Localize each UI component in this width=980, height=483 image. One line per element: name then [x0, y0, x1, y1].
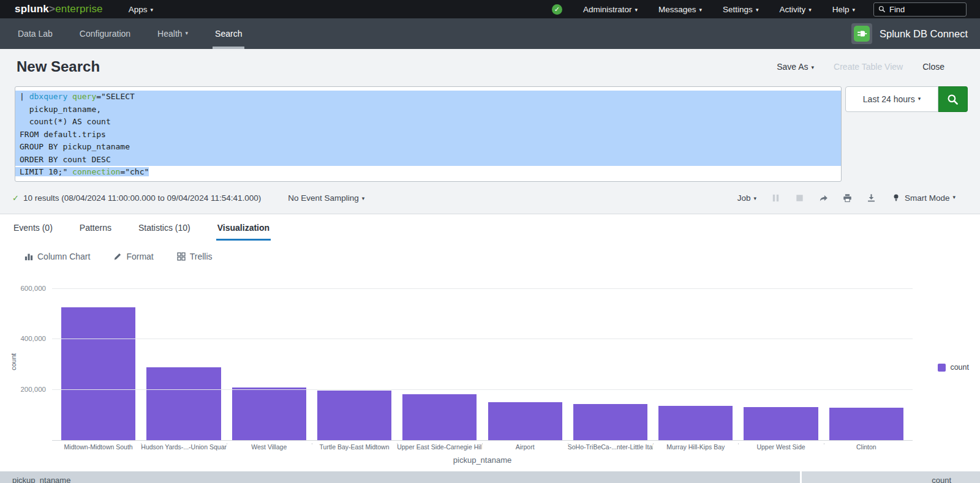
bar-airport[interactable] [488, 402, 562, 440]
query-line-1: | dbxquery query="SELECT [15, 91, 841, 103]
bar-west-village[interactable] [232, 388, 306, 440]
query-line-4: FROM default.trips [15, 129, 841, 141]
bar-turtle-bay-east-midtown[interactable] [317, 391, 391, 440]
column-header-count[interactable]: count [802, 471, 980, 483]
caret-down-icon: ▾ [952, 194, 956, 200]
page-title: New Search [17, 58, 100, 75]
legend-swatch [938, 364, 946, 372]
tab-statistics[interactable]: Statistics (10) [137, 214, 192, 241]
find-input[interactable] [889, 5, 962, 14]
y-tick-label: 400,000 [20, 335, 46, 342]
health-status-icon[interactable]: ✓ [552, 4, 562, 15]
bar-murray-hill-kips-bay[interactable] [658, 406, 733, 440]
legend-label: count [950, 363, 969, 372]
y-axis-title: count [10, 353, 17, 370]
splunk-logo[interactable]: splunk>enterprise [15, 3, 103, 15]
caret-down-icon: ▾ [186, 30, 189, 36]
tab-events[interactable]: Events (0) [12, 214, 54, 241]
job-menu[interactable]: Job▾ [737, 193, 756, 203]
bar-upper-west-side[interactable] [744, 407, 818, 440]
search-button[interactable] [938, 86, 968, 112]
event-sampling-menu[interactable]: No Event Sampling▾ [288, 193, 364, 203]
chart-legend[interactable]: count [938, 363, 969, 372]
tab-patterns[interactable]: Patterns [78, 214, 113, 241]
caret-down-icon: ▾ [362, 195, 365, 201]
x-axis-labels: Midtown-Midtown SouthHudson Yards-...-Un… [52, 441, 913, 451]
pencil-icon [113, 252, 122, 261]
time-range-picker[interactable]: Last 24 hours▾ [845, 86, 938, 112]
y-tick-label: 200,000 [20, 386, 46, 393]
search-icon [947, 94, 959, 105]
search-mode-menu[interactable]: Smart Mode▾ [892, 193, 956, 203]
close-button[interactable]: Close [922, 62, 944, 72]
search-section: New Search Save As▾ Create Table View Cl… [0, 49, 980, 214]
bar-hudson-yards-union-square[interactable] [146, 367, 221, 440]
pause-icon [771, 193, 780, 203]
bar-soho-tribeca-nter-little-italy[interactable] [573, 404, 647, 440]
plug-icon [854, 26, 870, 42]
logo-product: enterprise [55, 3, 103, 15]
nav-item-search[interactable]: Search [214, 18, 243, 49]
print-icon[interactable] [843, 193, 852, 203]
x-tick-label: Turtle Bay-East Midtown [312, 443, 397, 451]
x-tick-label: West Village [227, 443, 312, 451]
topbar-menu-activity[interactable]: Activity▾ [779, 5, 811, 14]
plot-area: 200,000400,000600,000 [52, 279, 913, 441]
topbar: splunk>enterprise Apps▾ ✓ Administrator▾… [0, 0, 980, 18]
db-connect-app-icon[interactable] [851, 23, 872, 44]
caret-down-icon: ▾ [753, 195, 756, 201]
caret-down-icon: ▾ [918, 95, 921, 102]
create-table-view-button: Create Table View [834, 62, 903, 72]
caret-down-icon: ▾ [699, 7, 703, 13]
logo-brand: splunk [15, 3, 49, 15]
query-line-7: LIMIT 10;" connection="chc" [15, 166, 841, 179]
share-icon[interactable] [819, 193, 828, 203]
x-tick-label: Midtown-Midtown South [56, 443, 141, 451]
statistics-table-header: pickup_ntaname count [0, 471, 980, 483]
column-header-pickup-ntaname[interactable]: pickup_ntaname [0, 471, 800, 483]
format-button[interactable]: Format [113, 252, 153, 261]
nav-item-health[interactable]: Health▾ [156, 18, 189, 49]
apps-menu[interactable]: Apps▾ [129, 5, 153, 14]
gridline: 200,000 [52, 389, 913, 390]
gridline: 400,000 [52, 339, 913, 339]
tab-visualization[interactable]: Visualization [216, 214, 271, 241]
caret-down-icon: ▾ [635, 7, 638, 13]
trellis-button[interactable]: Trellis [177, 252, 213, 261]
column-chart: count 200,000400,000600,000 Midtown-Midt… [0, 279, 980, 465]
query-editor[interactable]: | dbxquery query="SELECT pickup_ntaname,… [15, 86, 842, 182]
find-search-box[interactable] [873, 2, 967, 17]
bar-midtown-midtown-south[interactable] [61, 307, 135, 440]
save-as-button[interactable]: Save As▾ [777, 62, 814, 72]
app-nav-bar: Data LabConfigurationHealth▾Search Splun… [0, 18, 980, 49]
results-check-icon: ✓ [12, 193, 19, 203]
topbar-menu-messages[interactable]: Messages▾ [658, 5, 702, 14]
export-icon[interactable] [867, 193, 876, 203]
query-line-5: GROUP BY pickup_ntaname [15, 141, 841, 154]
nav-item-configuration[interactable]: Configuration [78, 18, 132, 49]
query-line-3: count(*) AS count [15, 116, 841, 129]
topbar-menu-help[interactable]: Help▾ [832, 5, 855, 14]
time-range-label: Last 24 hours [863, 94, 915, 104]
x-tick-label: Upper West Side [738, 443, 823, 451]
app-title[interactable]: Splunk DB Connect [880, 28, 968, 40]
column-chart-icon [24, 252, 33, 261]
chart-type-button[interactable]: Column Chart [24, 252, 90, 261]
logo-gt: > [49, 3, 55, 15]
query-line-6: ORDER BY count DESC [15, 154, 841, 167]
bar-upper-east-side-carnegie-hill[interactable] [402, 394, 477, 440]
lightbulb-icon [892, 193, 900, 202]
x-tick-label: Hudson Yards-...-Union Square [141, 443, 226, 451]
caret-down-icon: ▾ [852, 7, 855, 13]
topbar-menu-settings[interactable]: Settings▾ [723, 5, 758, 14]
caret-down-icon: ▾ [809, 7, 812, 13]
x-tick-label: Clinton [824, 443, 909, 451]
trellis-grid-icon [177, 252, 186, 261]
query-line-2: pickup_ntaname, [15, 103, 841, 116]
x-tick-label: Airport [482, 443, 567, 451]
caret-down-icon: ▾ [812, 64, 815, 70]
bar-clinton[interactable] [829, 408, 903, 440]
topbar-menu-administrator[interactable]: Administrator▾ [583, 5, 638, 14]
gridline: 600,000 [52, 288, 913, 289]
nav-item-data-lab[interactable]: Data Lab [17, 18, 54, 49]
